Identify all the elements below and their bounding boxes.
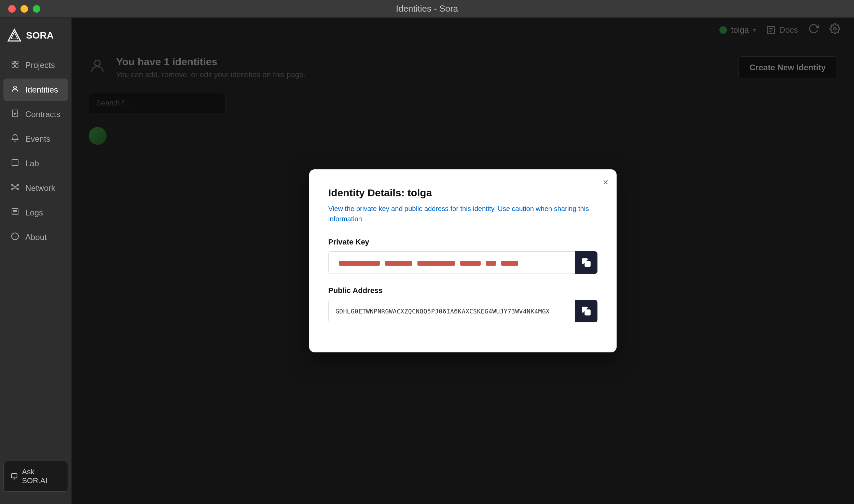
- sidebar-item-contracts[interactable]: Contracts: [3, 103, 68, 126]
- sidebar-logo: SORA: [0, 25, 71, 53]
- svg-point-14: [17, 184, 18, 186]
- sidebar-item-network[interactable]: Network: [3, 177, 68, 199]
- titlebar: Identities - Sora: [0, 0, 854, 18]
- public-address-input: GDHLG0ETWNPNRGWACXZQCNQQ5PJ06IA6KAXCSKEG…: [328, 300, 575, 322]
- public-address-row: GDHLG0ETWNPNRGWACXZQCNQQ5PJ06IA6KAXCSKEG…: [328, 300, 597, 322]
- close-button[interactable]: [8, 5, 16, 13]
- app-layout: SORA Projects Identities: [0, 18, 854, 504]
- svg-rect-5: [16, 65, 18, 67]
- sidebar-item-projects[interactable]: Projects: [3, 54, 68, 76]
- traffic-lights: [8, 5, 40, 13]
- about-icon: [10, 232, 20, 242]
- sidebar-item-label: Projects: [25, 60, 55, 70]
- svg-rect-28: [12, 474, 17, 478]
- public-address-label: Public Address: [328, 286, 597, 295]
- sidebar-item-identities[interactable]: Identities: [3, 79, 68, 101]
- private-key-label: Private Key: [328, 238, 597, 247]
- sidebar-item-about[interactable]: About: [3, 226, 68, 249]
- network-icon: [10, 183, 20, 193]
- modal-subtitle: View the private key and public address …: [328, 204, 597, 224]
- svg-rect-42: [501, 261, 518, 266]
- logo-text: SORA: [26, 30, 54, 41]
- sidebar-footer: Ask SOR.AI: [0, 456, 71, 497]
- svg-point-16: [17, 188, 18, 190]
- identity-details-modal: × Identity Details: tolga View the priva…: [309, 169, 617, 352]
- svg-rect-43: [585, 262, 590, 267]
- svg-rect-39: [417, 261, 455, 266]
- svg-rect-41: [486, 261, 496, 266]
- svg-rect-3: [16, 61, 18, 64]
- minimize-button[interactable]: [20, 5, 28, 13]
- svg-rect-37: [339, 261, 380, 266]
- private-key-row: [328, 251, 597, 274]
- private-key-copy-button[interactable]: [575, 251, 597, 274]
- logo-icon: [7, 28, 22, 43]
- svg-rect-4: [12, 65, 14, 67]
- svg-rect-11: [12, 159, 18, 166]
- modal-overlay[interactable]: × Identity Details: tolga View the priva…: [72, 18, 854, 504]
- identities-icon: [10, 85, 20, 95]
- sidebar: SORA Projects Identities: [0, 18, 72, 504]
- svg-line-20: [16, 187, 17, 189]
- ask-sor-button[interactable]: Ask SOR.AI: [3, 461, 68, 492]
- svg-rect-2: [12, 61, 14, 64]
- logs-icon: [10, 208, 20, 218]
- svg-line-18: [16, 185, 17, 187]
- svg-point-15: [12, 188, 13, 190]
- sidebar-item-label: Network: [25, 183, 55, 193]
- private-key-redacted: [335, 257, 527, 268]
- lab-icon: [10, 158, 20, 169]
- svg-rect-38: [385, 261, 412, 266]
- window-title: Identities - Sora: [396, 3, 458, 14]
- private-key-input: [328, 251, 575, 274]
- sidebar-item-lab[interactable]: Lab: [3, 152, 68, 175]
- svg-point-13: [12, 184, 13, 186]
- svg-point-6: [14, 86, 16, 89]
- maximize-button[interactable]: [33, 5, 40, 13]
- sidebar-item-label: Events: [25, 134, 50, 144]
- svg-rect-40: [460, 261, 481, 266]
- sidebar-item-label: Lab: [25, 159, 39, 168]
- ask-sor-label: Ask SOR.AI: [22, 467, 61, 485]
- sidebar-item-events[interactable]: Events: [3, 128, 68, 150]
- sidebar-item-label: Logs: [25, 208, 43, 218]
- svg-line-17: [13, 185, 14, 187]
- sidebar-nav: Projects Identities Contracts: [0, 53, 71, 456]
- events-icon: [10, 134, 20, 144]
- projects-icon: [10, 60, 20, 70]
- sidebar-item-label: Contracts: [25, 110, 60, 119]
- contracts-icon: [10, 109, 20, 120]
- public-address-copy-button[interactable]: [575, 300, 597, 322]
- svg-rect-44: [585, 310, 590, 315]
- svg-line-19: [13, 187, 14, 189]
- modal-title: Identity Details: tolga: [328, 187, 597, 199]
- main-content: tolga ▾ Docs: [72, 18, 854, 504]
- sidebar-item-label: About: [25, 233, 47, 242]
- sidebar-item-logs[interactable]: Logs: [3, 201, 68, 224]
- sidebar-item-label: Identities: [25, 85, 58, 95]
- modal-close-button[interactable]: ×: [603, 178, 608, 187]
